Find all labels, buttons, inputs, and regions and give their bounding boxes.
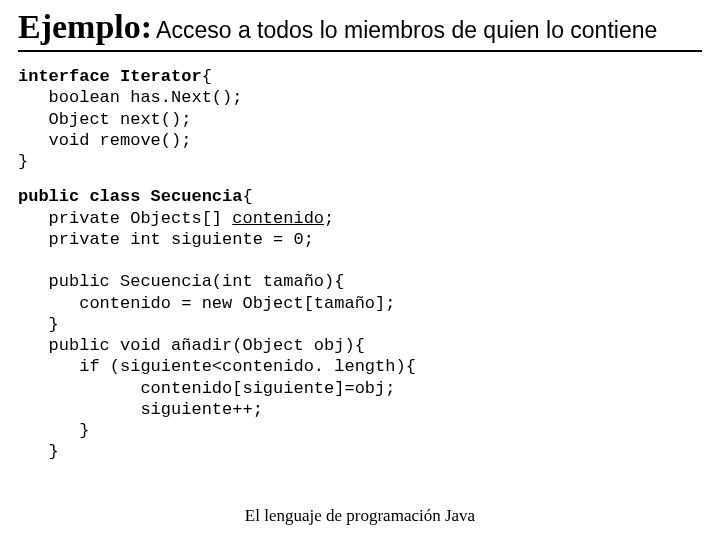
- code-line: ;: [324, 209, 334, 228]
- code-line: public class Secuencia: [18, 187, 242, 206]
- code-line: private Objects[]: [18, 209, 232, 228]
- code-line: boolean has.Next();: [18, 88, 242, 107]
- code-line: {: [242, 187, 252, 206]
- title-sub: Acceso a todos lo miembros de quien lo c…: [156, 19, 657, 42]
- title-row: Ejemplo: Acceso a todos lo miembros de q…: [18, 10, 702, 52]
- code-line: }: [18, 152, 28, 171]
- code-line: contenido = new Object[tamaño];: [18, 294, 395, 313]
- code-line: interface Iterator: [18, 67, 202, 86]
- code-line: }: [18, 315, 59, 334]
- code-line: public Secuencia(int tamaño){: [18, 272, 344, 291]
- code-line: }: [18, 442, 59, 461]
- code-line: void remove();: [18, 131, 191, 150]
- slide: Ejemplo: Acceso a todos lo miembros de q…: [0, 0, 720, 540]
- code-line: private int siguiente = 0;: [18, 230, 314, 249]
- code-line: {: [202, 67, 212, 86]
- code-line: }: [18, 421, 89, 440]
- code-line: contenido[siguiente]=obj;: [18, 379, 395, 398]
- footer-text: El lenguaje de programación Java: [0, 506, 720, 526]
- title-main: Ejemplo:: [18, 10, 152, 44]
- code-line: if (siguiente<contenido. length){: [18, 357, 416, 376]
- code-var-contenido: contenido: [232, 209, 324, 228]
- code-block-class: public class Secuencia{ private Objects[…: [18, 186, 702, 462]
- code-block-interface: interface Iterator{ boolean has.Next(); …: [18, 66, 702, 172]
- code-line: public void añadir(Object obj){: [18, 336, 365, 355]
- code-line: Object next();: [18, 110, 191, 129]
- code-line: siguiente++;: [18, 400, 263, 419]
